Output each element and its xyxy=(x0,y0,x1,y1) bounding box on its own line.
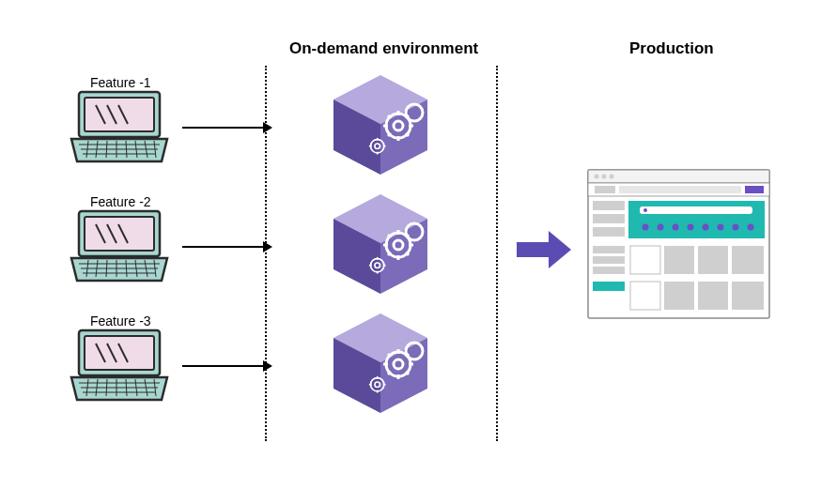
svg-point-52 xyxy=(688,224,694,231)
svg-point-48 xyxy=(643,208,647,212)
cube-icon xyxy=(329,312,432,415)
env-cube-1 xyxy=(329,73,432,176)
svg-rect-36 xyxy=(517,242,549,257)
arrow-to-production xyxy=(515,229,573,270)
svg-rect-47 xyxy=(640,206,752,214)
svg-rect-44 xyxy=(619,186,741,193)
production-browser xyxy=(587,169,770,323)
svg-rect-66 xyxy=(698,246,728,274)
svg-rect-64 xyxy=(630,246,660,274)
env-cube-2 xyxy=(329,192,432,296)
svg-rect-43 xyxy=(595,186,615,193)
svg-rect-59 xyxy=(593,227,625,237)
env-cube-3 xyxy=(329,312,432,415)
laptop-feature-3 xyxy=(68,328,171,404)
production-heading: Production xyxy=(629,39,714,58)
svg-rect-58 xyxy=(593,214,625,223)
svg-rect-62 xyxy=(593,267,625,274)
divider-right xyxy=(496,66,498,441)
svg-rect-38 xyxy=(588,170,769,183)
svg-point-56 xyxy=(748,224,754,231)
laptop-feature-2 xyxy=(68,209,171,284)
svg-point-54 xyxy=(718,224,724,231)
arrow-feature-1 xyxy=(180,118,274,137)
svg-point-39 xyxy=(595,175,599,179)
svg-rect-60 xyxy=(593,246,625,253)
svg-rect-45 xyxy=(745,186,764,193)
cube-icon xyxy=(329,192,432,296)
svg-rect-71 xyxy=(732,282,764,310)
svg-rect-63 xyxy=(593,282,625,291)
svg-rect-61 xyxy=(593,256,625,264)
laptop-feature-1 xyxy=(68,90,171,165)
laptop-icon xyxy=(68,209,171,284)
laptop-icon xyxy=(68,328,171,404)
arrow-feature-3 xyxy=(180,357,274,375)
svg-rect-67 xyxy=(732,246,764,274)
browser-icon xyxy=(587,169,770,319)
feature-3-label: Feature -3 xyxy=(90,313,151,328)
svg-point-49 xyxy=(643,224,649,231)
svg-rect-70 xyxy=(698,282,728,310)
feature-1-label: Feature -1 xyxy=(90,75,151,90)
arrow-feature-2 xyxy=(180,237,274,256)
svg-rect-57 xyxy=(593,201,625,210)
feature-2-label: Feature -2 xyxy=(90,194,151,209)
laptop-icon xyxy=(68,90,171,165)
cube-icon xyxy=(329,73,432,176)
svg-point-53 xyxy=(703,224,709,231)
environment-heading: On-demand environment xyxy=(289,39,478,58)
svg-point-40 xyxy=(602,175,607,179)
svg-point-51 xyxy=(673,224,679,231)
svg-rect-69 xyxy=(664,282,694,310)
svg-point-50 xyxy=(658,224,664,231)
svg-rect-65 xyxy=(664,246,694,274)
svg-point-55 xyxy=(733,224,739,231)
svg-point-41 xyxy=(610,175,614,179)
svg-rect-68 xyxy=(630,282,660,310)
